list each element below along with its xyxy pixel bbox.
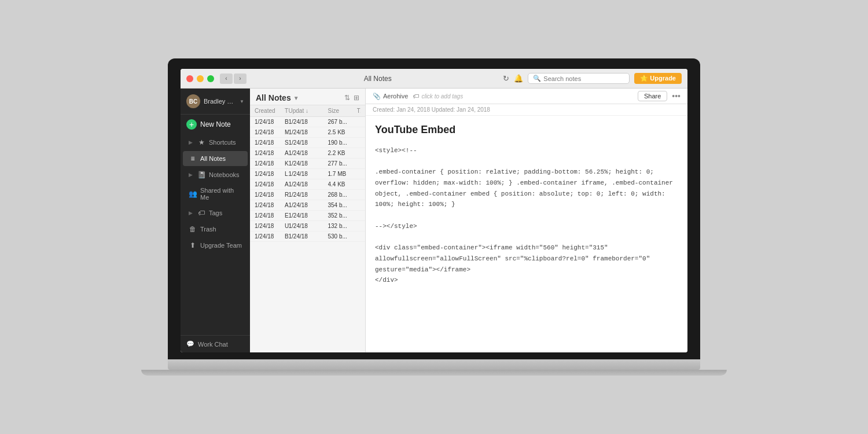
user-profile[interactable]: BC Bradley Chamb... ▼ (181, 89, 250, 115)
sidebar: BC Bradley Chamb... ▼ + New Note ▶ ★ Sho… (181, 89, 250, 352)
note-created: 1/24/18 (255, 171, 285, 177)
add-tag-label[interactable]: click to add tags (421, 93, 463, 100)
sidebar-item-label: All Notes (200, 155, 226, 162)
note-updated: 1/24/18 (289, 212, 319, 219)
minimize-button[interactable] (197, 75, 204, 82)
notes-table-header: Created Title Updat ↓ Size Tags (250, 105, 365, 117)
notebooks-icon: 📓 (197, 171, 205, 179)
screen-bezel: ‹ › All Notes ↻ 🔔 🔍 ⭐ Upgrade (168, 58, 700, 359)
sort-button[interactable]: ⇅ (344, 94, 350, 102)
screen: ‹ › All Notes ↻ 🔔 🔍 ⭐ Upgrade (181, 69, 687, 352)
sidebar-item-upgrade[interactable]: ⬆ Upgrade Team (183, 238, 248, 253)
note-created: 1/24/18 (255, 139, 285, 146)
sidebar-item-shared[interactable]: 👥 Shared with Me (183, 183, 248, 204)
note-created: 1/24/18 (255, 192, 285, 198)
chevron-down-icon: ▼ (240, 99, 244, 104)
laptop-base (168, 359, 700, 370)
view-toggle-button[interactable]: ⊞ (354, 94, 359, 102)
new-note-button[interactable]: + New Note (181, 115, 250, 134)
notebook-name: Aerohive (383, 93, 408, 100)
upgrade-icon: ⬆ (189, 241, 197, 249)
note-updated: 1/24/18 (289, 223, 319, 229)
note-size: 277 b... (328, 160, 357, 167)
window-controls (186, 75, 214, 82)
search-input[interactable] (543, 75, 624, 82)
forward-button[interactable]: › (234, 73, 247, 84)
titlebar-icons: ↻ 🔔 (503, 74, 523, 83)
sidebar-item-notebooks[interactable]: ▶ 📓 Notebooks (183, 167, 248, 182)
note-row[interactable]: 1/24/18 App Testing 1/24/18 2.2 KB (250, 148, 365, 159)
sidebar-item-trash[interactable]: 🗑 Trash (183, 222, 248, 237)
add-icon: + (186, 119, 197, 130)
note-size: 132 b... (328, 223, 357, 229)
laptop-foot (141, 370, 727, 376)
sidebar-item-all-notes[interactable]: ≡ All Notes (183, 151, 248, 166)
note-row[interactable]: 1/24/18 ASC Pins 1/24/18 354 b... (250, 200, 365, 211)
col-tags: Tags (357, 108, 361, 114)
note-row[interactable]: 1/24/18 Lead Gen 1/24/18 1.7 MB (250, 169, 365, 179)
user-name: Bradley Chamb... (204, 98, 236, 105)
sidebar-item-label: Shortcuts (209, 139, 236, 146)
trash-icon: 🗑 (189, 225, 197, 233)
col-size: Size (328, 108, 357, 114)
note-updated: 1/24/18 (289, 160, 319, 167)
notes-panel-actions: ⇅ ⊞ (344, 94, 359, 102)
sidebar-item-label: Tags (209, 209, 222, 216)
tag-icon: 🏷 (413, 93, 419, 100)
bell-button[interactable]: 🔔 (514, 74, 523, 83)
note-row[interactable]: 1/24/18 Re-Enrollment 1/24/18 268 b... (250, 190, 365, 200)
note-size: 268 b... (328, 192, 357, 198)
note-row[interactable]: 1/24/18 SkyMiles 1/24/18 190 b... (250, 138, 365, 148)
sidebar-item-label: Upgrade Team (200, 242, 242, 249)
note-created: 1/24/18 (255, 233, 285, 240)
search-bar[interactable]: 🔍 (528, 73, 630, 84)
back-button[interactable]: ‹ (220, 73, 233, 84)
notes-list: 1/24/18 Barnes and Noble 1/24/18 267 b..… (250, 117, 365, 352)
note-size: 2.5 KB (328, 129, 357, 135)
note-size: 2.2 KB (328, 150, 357, 156)
work-chat-icon: 💬 (186, 340, 194, 348)
note-row[interactable]: 1/24/18 Untitled 1/24/18 132 b... (250, 221, 365, 231)
tag-indicator[interactable]: 🏷 click to add tags (413, 93, 463, 100)
note-size: 354 b... (328, 202, 357, 208)
note-code-content: <style><!-- .embed-container { position:… (375, 145, 678, 286)
note-updated: 1/24/18 (289, 129, 319, 135)
notes-panel-header: All Notes ▼ ⇅ ⊞ (250, 89, 365, 105)
note-row[interactable]: 1/24/18 Misc Contacts 1/24/18 2.5 KB (250, 127, 365, 138)
note-row[interactable]: 1/24/18 Atom Notes 1/24/18 4.4 KB (250, 179, 365, 190)
note-created: 1/24/18 (255, 119, 285, 125)
notes-icon: ≡ (189, 155, 197, 163)
fullscreen-button[interactable] (207, 75, 214, 82)
note-created: 1/24/18 (255, 202, 285, 208)
sidebar-bottom: 💬 Work Chat (181, 335, 250, 352)
col-created: Created (255, 108, 285, 114)
chevron-right-icon: ▶ (189, 139, 193, 145)
note-row[interactable]: 1/24/18 EPB Login 1/24/18 352 b... (250, 211, 365, 221)
note-updated: 1/24/18 (289, 202, 319, 208)
laptop-shell: ‹ › All Notes ↻ 🔔 🔍 ⭐ Upgrade (168, 58, 700, 376)
note-created: 1/24/18 (255, 129, 285, 135)
new-note-label: New Note (200, 120, 231, 128)
note-row[interactable]: 1/24/18 Best Steak Marinade i... 1/24/18… (250, 231, 365, 242)
nav-buttons: ‹ › (220, 73, 247, 84)
work-chat-label: Work Chat (198, 341, 228, 348)
upgrade-button[interactable]: ⭐ Upgrade (634, 73, 682, 84)
note-content-panel: 📎 Aerohive 🏷 click to add tags Share •••… (366, 89, 687, 352)
more-options-button[interactable]: ••• (672, 91, 681, 101)
shortcuts-icon: ★ (197, 138, 205, 146)
sidebar-item-tags[interactable]: ▶ 🏷 Tags (183, 205, 248, 220)
work-chat-button[interactable]: 💬 Work Chat (181, 336, 250, 352)
close-button[interactable] (186, 75, 193, 82)
note-body[interactable]: YouTube Embed <style><!-- .embed-contain… (366, 116, 687, 352)
share-button[interactable]: Share (638, 91, 667, 101)
refresh-button[interactable]: ↻ (503, 74, 509, 83)
note-row[interactable]: 1/24/18 Barnes and Noble 1/24/18 267 b..… (250, 117, 365, 127)
col-updated: Updat ↓ (289, 108, 319, 114)
note-created: 1/24/18 (255, 160, 285, 167)
note-created: 1/24/18 (255, 181, 285, 187)
note-updated: 1/24/18 (289, 119, 319, 125)
titlebar: ‹ › All Notes ↻ 🔔 🔍 ⭐ Upgrade (181, 69, 687, 89)
note-created: 1/24/18 (255, 150, 285, 156)
note-row[interactable]: 1/24/18 Kids Apple ID 1/24/18 277 b... (250, 159, 365, 169)
sidebar-item-shortcuts[interactable]: ▶ ★ Shortcuts (183, 135, 248, 150)
